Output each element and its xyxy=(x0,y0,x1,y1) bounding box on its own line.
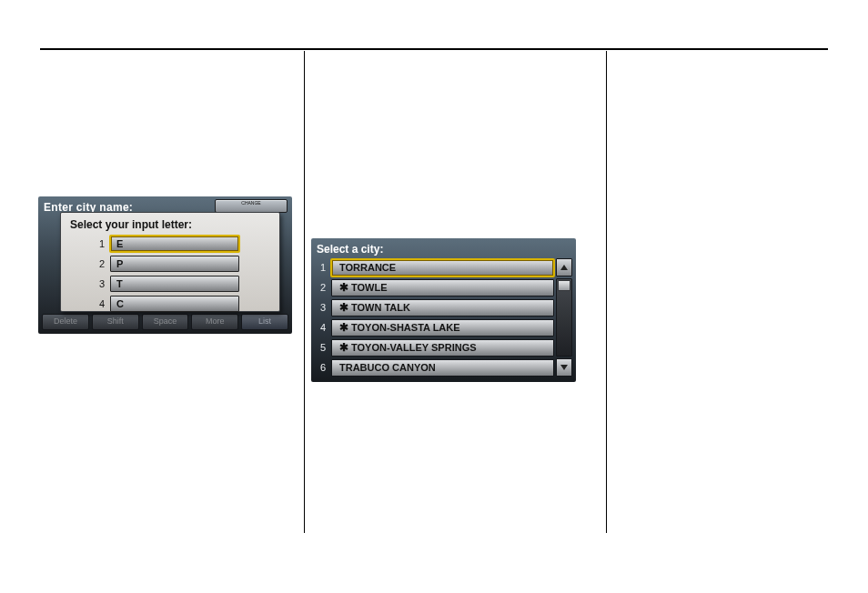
letter-option-number: 4 xyxy=(70,298,110,309)
letter-option-value: P xyxy=(110,256,239,272)
more-button[interactable]: More xyxy=(191,314,238,330)
letter-option[interactable]: 2 P xyxy=(70,255,270,273)
city-row-number: 1 xyxy=(315,262,331,273)
city-name: TORRANCE xyxy=(339,260,396,276)
keyboard-toolbar: Delete Shift Space More List xyxy=(42,314,288,330)
letter-option-value: E xyxy=(110,236,239,252)
list-button[interactable]: List xyxy=(241,314,288,330)
city-row[interactable]: 3 ✱ TOWN TALK xyxy=(315,298,554,317)
asterisk-icon: ✱ xyxy=(339,282,348,293)
header-rule xyxy=(40,48,828,50)
city-row-cell: ✱ TOYON-SHASTA LAKE xyxy=(331,319,554,337)
chevron-down-icon xyxy=(560,364,569,371)
city-scrollbar xyxy=(556,258,572,377)
city-row[interactable]: 1 TORRANCE xyxy=(315,258,554,276)
city-row-number: 3 xyxy=(315,302,331,313)
city-row-cell: TORRANCE xyxy=(331,259,554,276)
city-row-number: 4 xyxy=(315,322,331,333)
say-name-change-label: CHANGE xyxy=(216,201,287,206)
letter-option-value: C xyxy=(110,296,239,312)
select-letter-popover: Select your input letter: 1 E 2 P 3 T 4 … xyxy=(60,212,280,312)
document-page: Enter city name: CHANGE Say Name Delete … xyxy=(0,0,868,593)
scroll-down-button[interactable] xyxy=(556,358,572,377)
city-row-number: 6 xyxy=(315,362,331,373)
asterisk-icon: ✱ xyxy=(339,342,348,353)
city-name: TOWN TALK xyxy=(351,300,410,316)
svg-marker-0 xyxy=(560,265,568,270)
delete-button[interactable]: Delete xyxy=(42,314,89,330)
letter-option-number: 3 xyxy=(70,278,110,289)
shift-button[interactable]: Shift xyxy=(92,314,139,330)
scroll-track[interactable] xyxy=(556,278,572,357)
city-name: TOYON-VALLEY SPRINGS xyxy=(351,340,477,356)
column-separator-1 xyxy=(304,51,305,533)
city-list: 1 TORRANCE 2 ✱ TOWLE 3 ✱ TOWN TALK xyxy=(315,258,554,378)
scroll-thumb[interactable] xyxy=(558,280,570,291)
city-row-number: 2 xyxy=(315,282,331,293)
city-name: TOYON-SHASTA LAKE xyxy=(351,320,460,336)
select-letter-title: Select your input letter: xyxy=(70,218,270,231)
letter-option-number: 2 xyxy=(70,258,110,269)
city-row-cell: TRABUCO CANYON xyxy=(331,359,554,377)
city-row[interactable]: 5 ✱ TOYON-VALLEY SPRINGS xyxy=(315,338,554,357)
letter-option[interactable]: 3 T xyxy=(70,275,270,293)
city-row-cell: ✱ TOWLE xyxy=(331,279,554,296)
svg-marker-1 xyxy=(560,365,568,370)
city-row-number: 5 xyxy=(315,342,331,353)
select-city-screen: Select a city: 1 TORRANCE 2 ✱ TOWLE 3 ✱ xyxy=(311,238,576,382)
letter-option-value: T xyxy=(110,276,239,292)
letter-option-number: 1 xyxy=(70,238,110,249)
city-row-cell: ✱ TOWN TALK xyxy=(331,299,554,317)
asterisk-icon: ✱ xyxy=(339,302,348,313)
city-row[interactable]: 2 ✱ TOWLE xyxy=(315,278,554,296)
space-button[interactable]: Space xyxy=(142,314,189,330)
column-separator-2 xyxy=(606,51,607,533)
city-row-cell: ✱ TOYON-VALLEY SPRINGS xyxy=(331,339,554,357)
say-name-button[interactable]: CHANGE Say Name xyxy=(215,199,288,213)
enter-city-name-screen: Enter city name: CHANGE Say Name Delete … xyxy=(38,196,292,334)
letter-option[interactable]: 4 C xyxy=(70,295,270,313)
city-row[interactable]: 6 TRABUCO CANYON xyxy=(315,358,554,377)
select-city-title: Select a city: xyxy=(317,243,383,256)
letter-list: 1 E 2 P 3 T 4 C xyxy=(70,235,270,313)
letter-option[interactable]: 1 E xyxy=(70,235,270,253)
chevron-up-icon xyxy=(560,264,569,271)
scroll-up-button[interactable] xyxy=(556,258,572,276)
city-name: TOWLE xyxy=(351,280,388,296)
asterisk-icon: ✱ xyxy=(339,322,348,333)
city-name: TRABUCO CANYON xyxy=(339,360,436,376)
city-row[interactable]: 4 ✱ TOYON-SHASTA LAKE xyxy=(315,318,554,337)
